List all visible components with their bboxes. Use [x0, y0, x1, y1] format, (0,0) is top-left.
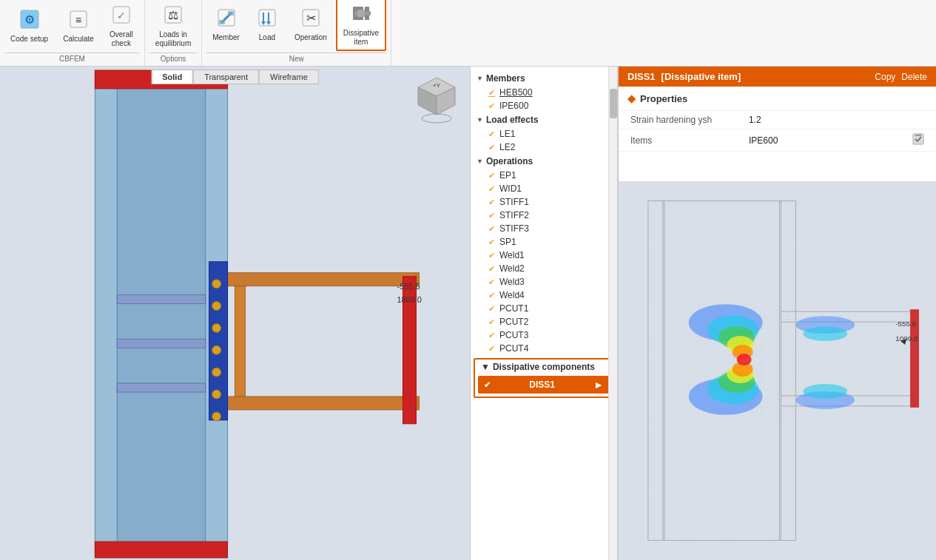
tree-item-wid1-label: WID1 [499, 183, 522, 194]
tree-item-stiff1[interactable]: ✔ STIFF1 [471, 195, 617, 209]
code-setup-icon: ⚙ [18, 8, 41, 33]
load-label: Load [259, 33, 275, 42]
props-item-type: [Dissipative item] [661, 71, 741, 82]
svg-rect-29 [95, 74, 117, 553]
prop-row-items: Items IPE600 [619, 129, 936, 152]
svg-point-27 [422, 114, 451, 123]
tree-item-ep1[interactable]: ✔ EP1 [471, 169, 617, 182]
toolbar-group-new: Member Load ✂ [202, 0, 391, 66]
tree-item-weld4[interactable]: ✔ Weld4 [471, 289, 617, 302]
svg-text:⚖: ⚖ [168, 9, 178, 21]
svg-rect-22 [357, 10, 365, 17]
properties-panel: DISS1 [Dissipative item] Copy Delete ◆ P… [618, 67, 936, 560]
tree-item-weld2[interactable]: ✔ Weld2 [471, 262, 617, 275]
tree-item-pcut3[interactable]: ✔ PCUT3 [471, 328, 617, 342]
svg-rect-33 [213, 397, 420, 410]
dissipative-item-button[interactable]: Dissipativeitem [336, 0, 386, 51]
svg-text:✓: ✓ [117, 10, 126, 21]
dissipative-section: ▼ Dissipative components ✔ DISS1 ► [474, 358, 614, 398]
loads-in-equilibrium-button[interactable]: ⚖ Loads inequilibrium [149, 1, 197, 51]
tree-scrollbar-thumb[interactable] [610, 89, 617, 118]
svg-text:✂: ✂ [306, 12, 315, 24]
main-area: Solid Transparent Wireframe +Y [0, 67, 936, 560]
calculate-icon: ≡ [67, 8, 90, 33]
svg-text:-555.6: -555.6 [397, 282, 420, 291]
load-effects-section-label: Load effects [486, 115, 539, 125]
operation-icon: ✂ [300, 7, 322, 32]
copy-button[interactable]: Copy [875, 72, 895, 82]
tree-item-pcut4[interactable]: ✔ PCUT4 [471, 342, 617, 355]
svg-rect-36 [117, 339, 205, 348]
prop-row-strain-hardening: Strain hardening ysh 1.2 [619, 111, 936, 129]
toolbar-group-cbfem: ⚙ Code setup ≡ Calculate ✓ [0, 0, 145, 66]
svg-rect-32 [235, 286, 246, 397]
tree-item-pcut2[interactable]: ✔ PCUT2 [471, 315, 617, 328]
tree-item-weld3-label: Weld3 [499, 277, 525, 287]
3d-viewport[interactable]: Solid Transparent Wireframe +Y [0, 67, 470, 560]
svg-rect-80 [693, 304, 804, 421]
tree-scrollbar[interactable] [608, 67, 617, 560]
dissipative-item-diss1-label: DISS1 [529, 379, 555, 390]
cube-navigator[interactable]: +Y [411, 74, 462, 126]
dissipative-section-label: Dissipative components [493, 362, 595, 372]
members-section-header[interactable]: ▼ Members [471, 71, 617, 86]
tree-item-weld3[interactable]: ✔ Weld3 [471, 275, 617, 289]
tree-item-weld2-label: Weld2 [499, 263, 525, 274]
svg-text:1099.0: 1099.0 [895, 334, 918, 343]
svg-rect-37 [117, 383, 205, 392]
options-group-label: Options [149, 53, 197, 63]
cbfem-group-label: CBFEM [4, 53, 140, 63]
props-header-actions: Copy Delete [875, 72, 927, 82]
tree-item-ipe600[interactable]: ✔ IPE600 [471, 99, 617, 112]
tree-item-le1[interactable]: ✔ LE1 [471, 127, 617, 141]
operation-button[interactable]: ✂ Operation [289, 4, 333, 45]
new-group-label: New [206, 53, 386, 63]
transparent-view-button[interactable]: Transparent [193, 70, 259, 84]
tree-item-le2[interactable]: ✔ LE2 [471, 141, 617, 154]
toolbar-group-options: ⚖ Loads inequilibrium Options [145, 0, 202, 66]
load-button[interactable]: Load [249, 4, 286, 45]
load-effects-section-header[interactable]: ▼ Load effects [471, 112, 617, 127]
dissipative-section-header[interactable]: ▼ Dissipative components [475, 360, 613, 374]
delete-button[interactable]: Delete [901, 72, 927, 82]
props-item-id: DISS1 [627, 71, 656, 82]
calculate-label: Calculate [63, 35, 94, 44]
overall-check-button[interactable]: ✓ Overallcheck [103, 1, 140, 51]
code-setup-button[interactable]: ⚙ Code setup [4, 5, 54, 47]
members-section-label: Members [486, 73, 525, 84]
solid-view-button[interactable]: Solid [151, 70, 193, 84]
props-header: DISS1 [Dissipative item] Copy Delete [619, 67, 936, 87]
svg-rect-55 [648, 201, 664, 541]
items-action-icon[interactable] [912, 133, 924, 147]
items-value: IPE600 [749, 135, 912, 146]
tree-item-weld1[interactable]: ✔ Weld1 [471, 249, 617, 262]
props-section-header: ◆ Properties [619, 87, 936, 111]
tree-item-stiff3[interactable]: ✔ STIFF3 [471, 222, 617, 235]
tree-item-pcut1[interactable]: ✔ PCUT1 [471, 302, 617, 315]
tree-item-stiff1-label: STIFF1 [499, 197, 529, 207]
loads-icon: ⚖ [162, 4, 184, 29]
right-3d-model-svg: -555.6 1099.0 [619, 181, 936, 560]
member-button[interactable]: Member [206, 4, 246, 45]
load-icon [256, 7, 278, 32]
dissipative-item-diss1[interactable]: ✔ DISS1 ► [478, 376, 610, 394]
svg-rect-31 [213, 273, 420, 286]
svg-text:1869.0: 1869.0 [397, 295, 422, 304]
wireframe-view-button[interactable]: Wireframe [259, 70, 319, 84]
tree-item-heb500[interactable]: ✔ HEB500 [471, 86, 617, 99]
tree-item-stiff2[interactable]: ✔ STIFF2 [471, 209, 617, 222]
tree-item-wid1[interactable]: ✔ WID1 [471, 182, 617, 195]
overall-check-label: Overallcheck [110, 30, 133, 48]
operations-section-header[interactable]: ▼ Operations [471, 154, 617, 169]
properties-diamond-icon: ◆ [627, 92, 636, 104]
svg-point-43 [212, 390, 221, 399]
calculate-button[interactable]: ≡ Calculate [57, 5, 100, 47]
tree-item-pcut3-label: PCUT3 [499, 330, 528, 340]
svg-rect-12 [259, 10, 275, 26]
svg-point-41 [212, 345, 221, 354]
svg-point-40 [212, 323, 221, 332]
operations-collapse-arrow: ▼ [477, 158, 483, 165]
dissipative-item-arrow-right: ► [593, 379, 604, 391]
tree-item-sp1[interactable]: ✔ SP1 [471, 235, 617, 249]
svg-rect-11 [228, 11, 234, 16]
